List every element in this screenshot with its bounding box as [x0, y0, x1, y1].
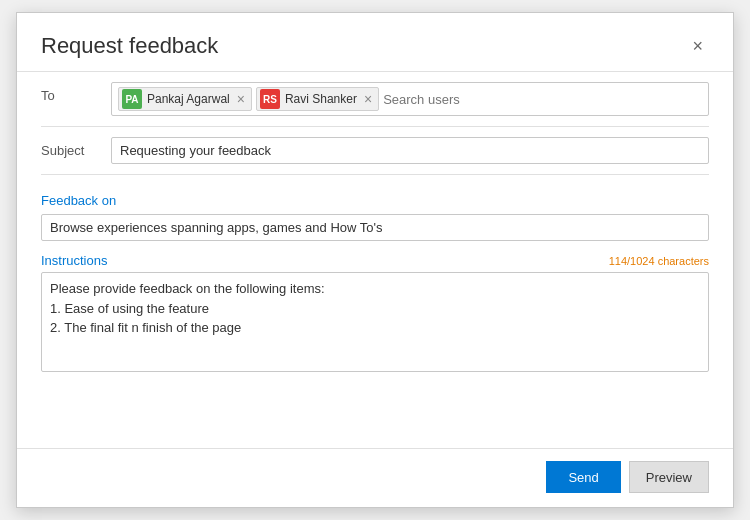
feedback-on-section: Feedback on: [41, 175, 709, 245]
subject-input[interactable]: [111, 137, 709, 164]
close-button[interactable]: ×: [686, 35, 709, 57]
subject-field-row: Subject: [41, 127, 709, 175]
avatar-pa: PA: [122, 89, 142, 109]
subject-label: Subject: [41, 137, 111, 158]
user-name-pa: Pankaj Agarwal: [147, 92, 230, 106]
feedback-on-input[interactable]: [41, 214, 709, 241]
instructions-label: Instructions: [41, 253, 107, 268]
to-input-area[interactable]: PA Pankaj Agarwal × RS Ravi Shanker ×: [111, 82, 709, 116]
to-field-content: PA Pankaj Agarwal × RS Ravi Shanker ×: [111, 82, 709, 116]
user-tag-pa: PA Pankaj Agarwal ×: [118, 87, 252, 111]
to-field-row: To PA Pankaj Agarwal × RS Ravi Shanker ×: [41, 72, 709, 127]
search-users-input[interactable]: [383, 90, 551, 109]
user-tag-rs: RS Ravi Shanker ×: [256, 87, 379, 111]
request-feedback-dialog: Request feedback × To PA Pankaj Agarwal …: [16, 12, 734, 508]
to-label: To: [41, 82, 111, 103]
form-area: To PA Pankaj Agarwal × RS Ravi Shanker ×: [17, 72, 733, 448]
remove-user-rs[interactable]: ×: [364, 92, 372, 106]
char-count: 114/1024 characters: [609, 255, 709, 267]
dialog-footer: Send Preview: [17, 448, 733, 507]
instructions-section: Instructions 114/1024 characters Please …: [41, 245, 709, 380]
avatar-rs: RS: [260, 89, 280, 109]
instructions-textarea[interactable]: Please provide feedback on the following…: [41, 272, 709, 372]
subject-field-content: [111, 137, 709, 164]
instructions-header: Instructions 114/1024 characters: [41, 253, 709, 268]
preview-button[interactable]: Preview: [629, 461, 709, 493]
feedback-on-label: Feedback on: [41, 183, 709, 214]
user-name-rs: Ravi Shanker: [285, 92, 357, 106]
dialog-header: Request feedback ×: [17, 13, 733, 71]
remove-user-pa[interactable]: ×: [237, 92, 245, 106]
dialog-title: Request feedback: [41, 33, 218, 59]
send-button[interactable]: Send: [546, 461, 620, 493]
